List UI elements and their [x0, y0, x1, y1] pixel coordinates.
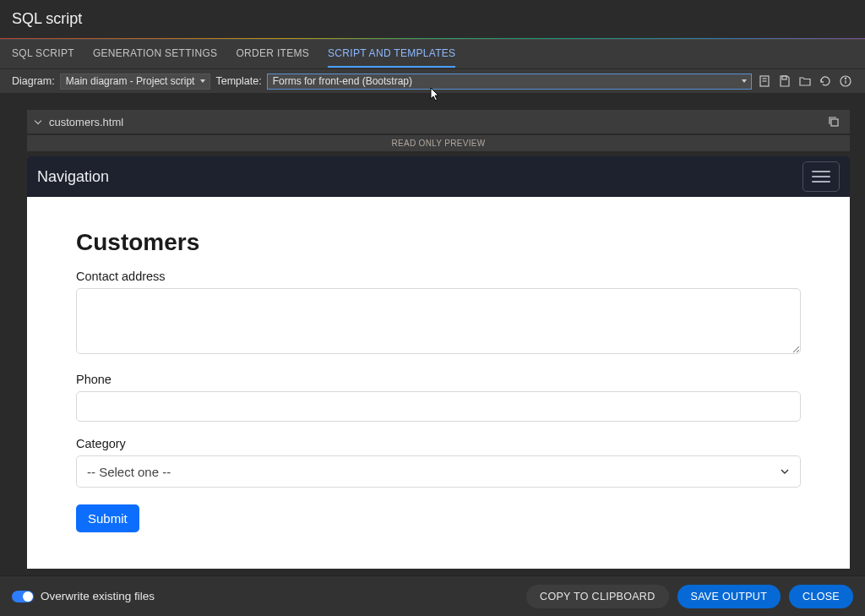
bottom-bar: Overwrite existing files COPY TO CLIPBOA…: [0, 575, 865, 616]
page-heading: Customers: [76, 229, 801, 256]
accent-divider: [0, 38, 865, 39]
diagram-select-value: Main diagram - Project script: [66, 75, 195, 87]
tab-bar: SQL SCRIPT GENERATION SETTINGS ORDER ITE…: [0, 39, 865, 69]
save-output-button[interactable]: SAVE OUTPUT: [677, 585, 781, 608]
chevron-down-icon: [35, 117, 41, 124]
overwrite-toggle[interactable]: [12, 591, 34, 602]
tab-order-items[interactable]: ORDER ITEMS: [236, 41, 309, 68]
close-button[interactable]: CLOSE: [789, 585, 853, 608]
info-icon[interactable]: [838, 74, 853, 89]
contact-address-label: Contact address: [76, 270, 801, 283]
diagram-select[interactable]: Main diagram - Project script: [60, 74, 211, 90]
template-label: Template:: [215, 75, 261, 87]
preview-pane: Navigation Customers Contact address Pho…: [27, 156, 850, 569]
template-select[interactable]: Forms for front-end (Bootstrap): [267, 74, 752, 90]
svg-rect-3: [782, 76, 786, 79]
svg-point-6: [845, 78, 846, 79]
chevron-down-icon: [742, 79, 747, 83]
phone-label: Phone: [76, 373, 801, 386]
hamburger-icon[interactable]: [802, 161, 840, 192]
contact-address-textarea[interactable]: [76, 288, 801, 354]
chevron-down-icon: [200, 79, 205, 83]
submit-button[interactable]: Submit: [76, 504, 139, 532]
category-select-value: -- Select one --: [87, 465, 171, 479]
file-name: customers.html: [49, 116, 123, 128]
category-select[interactable]: -- Select one --: [76, 455, 801, 488]
tab-generation-settings[interactable]: GENERATION SETTINGS: [93, 41, 218, 68]
title-text: SQL script: [12, 10, 82, 28]
save-icon[interactable]: [777, 74, 792, 89]
folder-open-icon[interactable]: [797, 74, 813, 89]
preview-body: Customers Contact address Phone Category…: [27, 197, 850, 569]
copy-to-clipboard-button[interactable]: COPY TO CLIPBOARD: [526, 585, 668, 608]
phone-input[interactable]: [76, 391, 801, 422]
file-header[interactable]: customers.html: [27, 110, 850, 134]
template-select-value: Forms for front-end (Bootstrap): [273, 75, 412, 87]
option-bar: Diagram: Main diagram - Project script T…: [0, 69, 865, 93]
chevron-down-icon: [780, 466, 790, 477]
readonly-badge: READ ONLY PREVIEW: [27, 135, 850, 151]
preview-navbar: Navigation: [27, 156, 850, 197]
refresh-icon[interactable]: [818, 74, 833, 89]
svg-rect-7: [831, 119, 838, 126]
content-area: customers.html READ ONLY PREVIEW Navigat…: [0, 101, 865, 575]
category-label: Category: [76, 437, 801, 450]
overwrite-label: Overwrite existing files: [41, 590, 155, 602]
new-script-icon[interactable]: [757, 74, 772, 89]
navbar-brand: Navigation: [37, 168, 109, 186]
tab-sql-script[interactable]: SQL SCRIPT: [12, 41, 74, 68]
tab-script-and-templates[interactable]: SCRIPT AND TEMPLATES: [328, 41, 455, 68]
page-title: SQL script: [0, 0, 865, 38]
diagram-label: Diagram:: [12, 75, 55, 87]
copy-icon[interactable]: [826, 114, 841, 129]
